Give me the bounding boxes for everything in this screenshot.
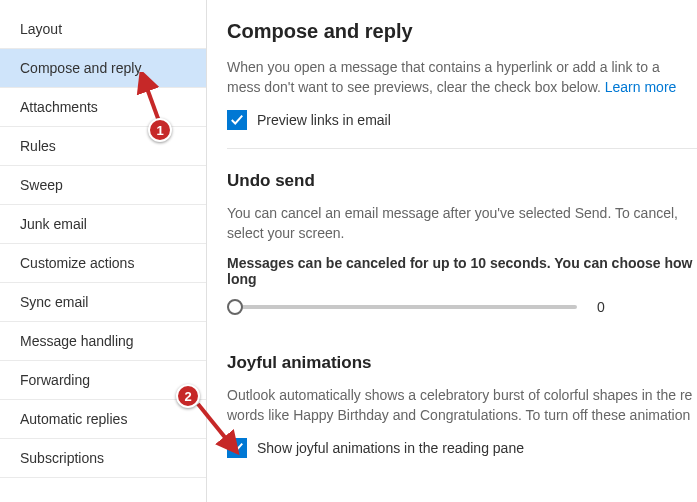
preview-links-checkbox-row: Preview links in email [227, 110, 697, 130]
preview-links-description: When you open a message that contains a … [227, 57, 697, 98]
joyful-animations-label: Show joyful animations in the reading pa… [257, 440, 524, 456]
sidebar-item-rules[interactable]: Rules [0, 127, 206, 166]
undo-send-value: 0 [597, 299, 617, 315]
preview-links-label: Preview links in email [257, 112, 391, 128]
sidebar-item-subscriptions[interactable]: Subscriptions [0, 439, 206, 478]
check-icon [230, 113, 244, 127]
undo-send-bold-text: Messages can be canceled for up to 10 se… [227, 255, 697, 287]
sidebar-item-automatic-replies[interactable]: Automatic replies [0, 400, 206, 439]
undo-send-slider-row: 0 [227, 297, 697, 317]
sidebar-item-message-handling[interactable]: Message handling [0, 322, 206, 361]
undo-send-title: Undo send [227, 171, 697, 191]
desc-text-b: don't want to see previews, clear the ch… [264, 79, 604, 95]
slider-track [227, 305, 577, 309]
joyful-animations-title: Joyful animations [227, 353, 697, 373]
sidebar-item-junk-email[interactable]: Junk email [0, 205, 206, 244]
settings-main: Compose and reply When you open a messag… [207, 0, 697, 502]
preview-links-checkbox[interactable] [227, 110, 247, 130]
sidebar-item-sweep[interactable]: Sweep [0, 166, 206, 205]
annotation-badge-2: 2 [176, 384, 200, 408]
annotation-arrow-2 [192, 398, 252, 458]
sidebar-item-customize-actions[interactable]: Customize actions [0, 244, 206, 283]
sidebar-item-sync-email[interactable]: Sync email [0, 283, 206, 322]
page-title: Compose and reply [227, 20, 697, 43]
undo-send-description: You can cancel an email message after yo… [227, 203, 697, 244]
learn-more-link[interactable]: Learn more [605, 79, 677, 95]
divider [227, 148, 697, 149]
undo-send-slider[interactable] [227, 297, 577, 317]
joyful-animations-checkbox-row: Show joyful animations in the reading pa… [227, 438, 697, 458]
slider-thumb[interactable] [227, 299, 243, 315]
sidebar-item-layout[interactable]: Layout [0, 10, 206, 49]
annotation-badge-1: 1 [148, 118, 172, 142]
joyful-animations-description: Outlook automatically shows a celebrator… [227, 385, 697, 426]
